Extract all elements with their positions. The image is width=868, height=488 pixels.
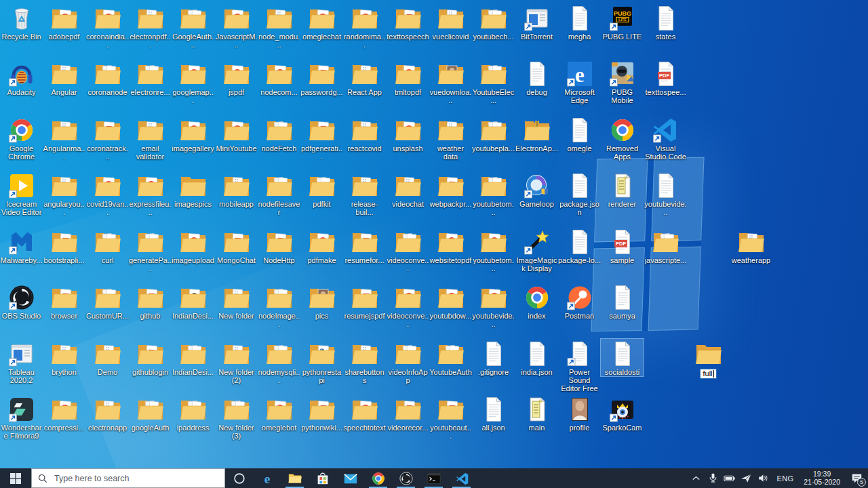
taskbar-chrome-button[interactable] <box>364 468 392 488</box>
start-button[interactable] <box>0 468 31 488</box>
desktop-icon-webpackpr[interactable]: webpackpr... <box>429 171 472 208</box>
desktop-icon-microsoft-edge[interactable]: eMicrosoft Edge <box>558 59 601 104</box>
desktop-icon-videoconve[interactable]: videoconve... <box>387 227 429 272</box>
desktop-icon-weather-data[interactable]: weather data <box>429 115 472 161</box>
desktop-icon-new-folder-3[interactable]: New folder (3) <box>215 394 258 440</box>
desktop-icon-imagespics[interactable]: imagespics <box>172 171 214 208</box>
desktop-icon-texttospeech[interactable]: texttospeech <box>387 3 429 41</box>
desktop-icon-youtubetom[interactable]: youtubetom... <box>472 227 515 272</box>
desktop-icon-audacity[interactable]: Audacity <box>0 59 43 96</box>
desktop-icon-videorecor[interactable]: videorecor... <box>387 394 429 432</box>
desktop-icon-removed-apps[interactable]: Removed Apps <box>601 115 644 161</box>
desktop-icon-pdfkit[interactable]: pdfkit <box>300 171 343 208</box>
desktop-icon-covid19van[interactable]: covid19van... <box>86 171 129 216</box>
desktop-icon-omeglebot[interactable]: omeglebot <box>258 394 300 432</box>
desktop-icon-adobepdf[interactable]: adobepdf <box>43 3 85 41</box>
desktop-icon-youtubepla[interactable]: youtubepla... <box>472 115 515 152</box>
desktop-icon-main[interactable]: main <box>515 394 558 432</box>
desktop-icon-generatepa[interactable]: generatePa... <box>129 227 172 272</box>
desktop-icon-websitetopdf[interactable]: websitetopdf <box>429 227 472 264</box>
tray-speaker-icon[interactable] <box>755 468 772 488</box>
desktop-icon-compressi[interactable]: compressi... <box>43 394 85 432</box>
desktop-icon-bittorrent[interactable]: BitTorrent <box>515 3 558 41</box>
desktop-icon-index[interactable]: index <box>515 283 558 320</box>
desktop-icon-unsplash[interactable]: unsplash <box>387 115 429 152</box>
desktop-icon-videoconve[interactable]: videoconve... <box>387 283 429 328</box>
desktop-icon-google-chrome[interactable]: Google Chrome <box>0 115 43 161</box>
desktop-icon-vueclicovid[interactable]: vueclicovid <box>429 3 472 41</box>
desktop-icon-coronanode[interactable]: coronanode <box>86 59 129 96</box>
desktop-icon-youtubech[interactable]: youtubech... <box>472 3 515 41</box>
desktop-icon-visual-studio-code[interactable]: Visual Studio Code <box>644 115 687 161</box>
desktop-icon-gitignore[interactable]: .gitignore <box>472 339 515 376</box>
desktop-icon-youtubevide[interactable]: youtubevide... <box>644 171 687 216</box>
desktop-icon-youtubetom[interactable]: youtubetom... <box>472 171 515 216</box>
desktop-icon-nodefetch[interactable]: nodeFetch <box>258 115 300 152</box>
desktop-icon-package-json[interactable]: package.json <box>558 171 601 216</box>
desktop-icon-customur[interactable]: CustomUR... <box>86 283 129 320</box>
desktop-icon-new-folder-2[interactable]: New folder (2) <box>215 339 258 384</box>
desktop-icon-obs-studio[interactable]: OBS Studio <box>0 283 43 320</box>
taskbar-mail-button[interactable] <box>336 468 364 488</box>
desktop-icon-imageupload[interactable]: imageupload <box>172 227 214 264</box>
desktop-icon-ipaddress[interactable]: ipaddress <box>172 394 214 432</box>
desktop-icon-recycle-bin[interactable]: Recycle Bin <box>0 3 43 41</box>
desktop-icon-nodemysqli[interactable]: nodemysqli... <box>258 339 300 384</box>
desktop-icon-pubg-lite[interactable]: PUBGLITEPUBG LITE <box>601 3 644 41</box>
desktop-icon-power-sound-editor-free[interactable]: Power Sound Editor Free <box>558 339 601 392</box>
notification-center-button[interactable]: 5 <box>845 468 868 488</box>
desktop-icon-expressfileu[interactable]: expressfileu... <box>129 171 172 216</box>
desktop-icon-angularima[interactable]: Angularima... <box>43 115 85 161</box>
desktop-icon-node-modu[interactable]: node_modu... <box>258 3 300 49</box>
desktop-icon-icecream-video-editor[interactable]: Icecream Video Editor <box>0 171 43 216</box>
desktop-icon-youtubevide[interactable]: youtubevide... <box>472 283 515 328</box>
taskbar-file-explorer-button[interactable] <box>281 468 309 488</box>
desktop-icon-imagegallery[interactable]: imagegallery <box>172 115 214 152</box>
desktop-icon-electronre[interactable]: electronre... <box>129 59 172 96</box>
desktop-icon-angular[interactable]: Angular <box>43 59 85 96</box>
taskbar-cortana-button[interactable] <box>225 468 253 488</box>
desktop-icon-imagemagick-display[interactable]: ImageMagick Display <box>515 227 558 272</box>
desktop-icon-vuedownloa[interactable]: vuedownloa... <box>429 59 472 104</box>
desktop-icon-resumejspdf[interactable]: resumejspdf <box>343 283 386 320</box>
desktop-icon-sample[interactable]: PDFsample <box>601 227 644 264</box>
desktop-icon-react-app[interactable]: React App <box>343 59 386 96</box>
desktop-icon-brython[interactable]: brython <box>43 339 85 376</box>
desktop-icon-omegle[interactable]: omegle <box>558 115 601 152</box>
desktop-icon-googlemap[interactable]: googlemap... <box>172 59 214 104</box>
taskbar-clock[interactable]: 19:39 21-05-2020 <box>799 468 845 488</box>
desktop-icon-demo[interactable]: Demo <box>86 339 129 376</box>
desktop-icon-socialdosti[interactable]: socialdosti <box>601 339 644 376</box>
desktop-icon-nodehttp[interactable]: NodeHttp <box>258 227 300 264</box>
desktop-icon-saumya[interactable]: saumya <box>601 283 644 320</box>
desktop-icon-pythonwiki[interactable]: pythonwiki... <box>300 394 343 432</box>
desktop-icon-curl[interactable]: curl <box>86 227 129 264</box>
desktop-icon-mobileapp[interactable]: mobileapp <box>215 171 258 208</box>
desktop[interactable]: Recycle Binadobepdfcoronaindia...electro… <box>0 0 868 468</box>
tray-airplane-icon[interactable] <box>738 468 755 488</box>
desktop-icon-randomima[interactable]: randomima... <box>343 3 386 49</box>
desktop-icon-speechtotext[interactable]: speechtotext <box>343 394 386 432</box>
desktop-icon-renderer[interactable]: renderer <box>601 171 644 208</box>
desktop-icon-videoinfoapp[interactable]: videoInfoApp <box>387 339 429 384</box>
desktop-icon-package-lo[interactable]: package-lo... <box>558 227 601 264</box>
desktop-icon-postman[interactable]: Postman <box>558 283 601 320</box>
desktop-icon-gameloop[interactable]: Gameloop <box>515 171 558 208</box>
desktop-icon-sparkocam[interactable]: SparkoCam <box>601 394 644 432</box>
desktop-icon-pdfmake[interactable]: pdfmake <box>300 227 343 264</box>
tray-chevron-up-icon[interactable] <box>688 468 705 488</box>
desktop-icon-india-json[interactable]: india.json <box>515 339 558 376</box>
desktop-icon-jspdf[interactable]: jspdf <box>215 59 258 96</box>
desktop-icon-profile[interactable]: profile <box>558 394 601 432</box>
desktop-icon-pics[interactable]: pics <box>300 283 343 320</box>
desktop-icon-sharebuttons[interactable]: sharebuttons <box>343 339 386 384</box>
taskbar-search[interactable] <box>31 468 225 488</box>
desktop-icon-electronapp[interactable]: electronapp <box>86 394 129 432</box>
desktop-icon-nodecom[interactable]: nodecom... <box>258 59 300 96</box>
desktop-icon-electronpdf[interactable]: electronpdf... <box>129 3 172 49</box>
desktop-icon-electronap[interactable]: ElectronAp... <box>515 115 558 152</box>
desktop-icon-debug[interactable]: debug <box>515 59 558 96</box>
desktop-icon-angularyou[interactable]: angularyou... <box>43 171 85 216</box>
tray-battery-icon[interactable] <box>721 468 738 488</box>
desktop-icon-omeglechat[interactable]: omeglechat <box>300 3 343 41</box>
